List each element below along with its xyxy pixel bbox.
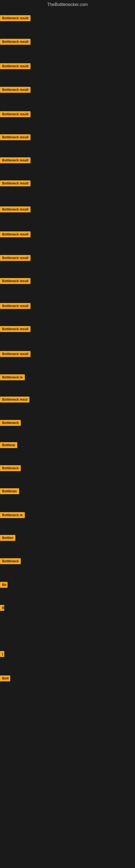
bottleneck-badge-27: | [0, 651, 4, 657]
bottleneck-item-25[interactable]: Bo [0, 582, 8, 589]
bottleneck-item-10[interactable]: Bottleneck result [0, 231, 31, 239]
bottleneck-item-2[interactable]: Bottleneck result [0, 39, 31, 46]
bottleneck-badge-6: Bottleneck result [0, 134, 31, 140]
bottleneck-badge-1: Bottleneck result [0, 15, 31, 21]
bottleneck-badge-7: Bottleneck result [0, 157, 31, 163]
bottleneck-item-12[interactable]: Bottleneck result [0, 278, 31, 285]
bottleneck-item-27[interactable]: | [0, 651, 4, 658]
bottleneck-badge-22: Bottleneck re [0, 512, 25, 518]
bottleneck-item-5[interactable]: Bottleneck result [0, 111, 31, 118]
bottleneck-item-28[interactable]: Bott [0, 675, 10, 682]
bottleneck-badge-28: Bott [0, 675, 10, 681]
bottleneck-badge-5: Bottleneck result [0, 111, 31, 117]
bottleneck-badge-20: Bottleneck [0, 465, 21, 471]
bottleneck-badge-12: Bottleneck result [0, 278, 31, 284]
bottleneck-badge-17: Bottleneck resul [0, 397, 30, 403]
bottleneck-badge-18: Bottleneck [0, 420, 21, 426]
bottleneck-item-6[interactable]: Bottleneck result [0, 134, 31, 141]
bottleneck-item-26[interactable]: B [0, 605, 4, 612]
bottleneck-badge-23: Bottlen [0, 535, 15, 541]
bottleneck-badge-25: Bo [0, 582, 8, 588]
bottleneck-item-15[interactable]: Bottleneck result [0, 351, 31, 358]
bottleneck-badge-21: Bottlenec [0, 488, 19, 494]
bottleneck-item-16[interactable]: Bottleneck re [0, 374, 25, 381]
bottleneck-badge-13: Bottleneck result [0, 303, 31, 309]
bottleneck-item-13[interactable]: Bottleneck result [0, 303, 31, 310]
bottleneck-badge-8: Bottleneck result [0, 180, 31, 186]
bottleneck-badge-11: Bottleneck result [0, 255, 31, 261]
bottleneck-badge-3: Bottleneck result [0, 63, 31, 69]
bottleneck-item-1[interactable]: Bottleneck result [0, 15, 31, 22]
bottleneck-badge-26: B [0, 605, 4, 611]
bottleneck-badge-2: Bottleneck result [0, 39, 31, 45]
bottleneck-item-14[interactable]: Bottleneck result [0, 326, 31, 333]
bottleneck-item-22[interactable]: Bottleneck re [0, 512, 25, 519]
site-title: TheBottlenecker.com [0, 0, 135, 8]
bottleneck-badge-15: Bottleneck result [0, 351, 31, 357]
bottleneck-badge-10: Bottleneck result [0, 231, 31, 237]
bottleneck-item-11[interactable]: Bottleneck result [0, 255, 31, 262]
bottleneck-item-8[interactable]: Bottleneck result [0, 180, 31, 187]
bottleneck-badge-14: Bottleneck result [0, 326, 31, 332]
bottleneck-badge-24: Bottleneck [0, 558, 21, 564]
bottleneck-item-24[interactable]: Bottleneck [0, 558, 21, 565]
bottleneck-item-19[interactable]: Bottlene [0, 442, 17, 449]
bottleneck-badge-9: Bottleneck result [0, 207, 31, 212]
bottleneck-badge-16: Bottleneck re [0, 374, 25, 380]
bottleneck-badge-4: Bottleneck result [0, 87, 31, 93]
bottleneck-item-7[interactable]: Bottleneck result [0, 157, 31, 164]
bottleneck-item-9[interactable]: Bottleneck result [0, 207, 31, 214]
bottleneck-item-17[interactable]: Bottleneck resul [0, 397, 30, 404]
bottleneck-item-4[interactable]: Bottleneck result [0, 87, 31, 94]
bottleneck-item-23[interactable]: Bottlen [0, 535, 15, 542]
bottleneck-item-18[interactable]: Bottleneck [0, 420, 21, 427]
bottleneck-item-20[interactable]: Bottleneck [0, 465, 21, 472]
bottleneck-item-3[interactable]: Bottleneck result [0, 63, 31, 70]
bottleneck-badge-19: Bottlene [0, 442, 17, 448]
bottleneck-item-21[interactable]: Bottlenec [0, 488, 19, 495]
